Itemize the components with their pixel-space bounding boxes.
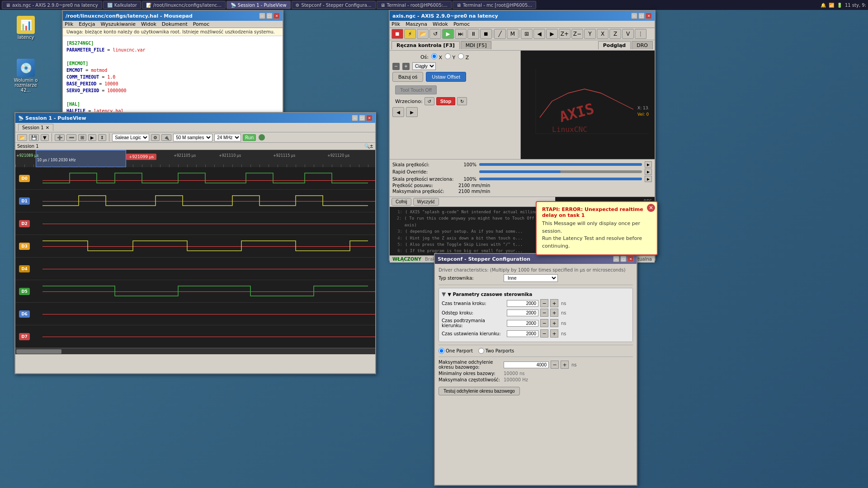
axis-menu-pomoc[interactable]: Pomoc xyxy=(453,21,470,27)
taskbar-item-term1[interactable]: 🖥 Terminal - root@HP6005:... xyxy=(377,1,452,9)
axis-stop-btn-wrzeciono[interactable]: Stop xyxy=(436,97,455,105)
mousepad-menu-widok[interactable]: Widok xyxy=(141,21,156,27)
axis-speed-slider-rapid[interactable] xyxy=(479,170,642,173)
stepconf-triangle-icon[interactable]: ▼ xyxy=(442,291,446,297)
mousepad-close-btn[interactable]: ✕ xyxy=(274,13,280,19)
axis-wyczyscc-btn[interactable]: Wyczyść xyxy=(413,198,439,206)
error-close-btn[interactable]: ✕ xyxy=(647,204,655,212)
taskbar-item-stepconf[interactable]: ⚙ Stepconf - Stepper Configura... xyxy=(292,1,376,9)
taskbar-item-calc[interactable]: 🔢 Kalkulator xyxy=(103,1,141,9)
pulseview-dropdown-btn[interactable]: ▼ xyxy=(41,134,49,141)
axis-back-btn[interactable]: ◀ xyxy=(533,29,545,39)
axis-step-btn[interactable]: ⏭ xyxy=(455,29,467,39)
stepconf-driver-type-select[interactable]: Inne xyxy=(504,274,558,282)
axis-close-btn[interactable]: ✕ xyxy=(646,13,652,19)
axis-stop-btn[interactable]: ⏹ xyxy=(480,29,492,39)
stepconf-max-odch-minus-btn[interactable]: − xyxy=(551,361,559,369)
axis-zoom-out-btn[interactable]: Z− xyxy=(571,29,583,39)
axis-tool-touch-btn[interactable]: Tool Touch Off xyxy=(395,85,437,94)
axis-optional-stop-btn[interactable]: M xyxy=(507,29,519,39)
stepconf-step-space-input[interactable] xyxy=(507,310,538,316)
pulseview-device-settings-btn[interactable]: ⚙ xyxy=(151,134,160,141)
pulseview-save-btn[interactable]: 💾 xyxy=(29,134,39,141)
axis-mode-select[interactable]: Ciągły xyxy=(412,62,436,70)
axis-blockdelete-btn[interactable]: ╱ xyxy=(494,29,506,39)
stepconf-dir-hold-plus-btn[interactable]: + xyxy=(550,319,558,327)
pulseview-zoom-fit-btn[interactable]: ⊞ xyxy=(78,134,86,141)
pulseview-open-btn[interactable]: 📂 xyxy=(17,134,27,141)
taskbar-item-pulseview[interactable]: 📡 Session 1 - PulseView xyxy=(226,1,291,9)
pulseview-tab-close[interactable]: ✕ xyxy=(46,125,49,130)
taskbar-item-axis[interactable]: 🖥 axis.ngc - AXIS 2.9.0~pre0 na latency xyxy=(2,1,102,9)
stepconf-test-btn[interactable]: Testuj odchylenie okresu bazowego xyxy=(439,387,520,395)
taskbar-item-term2[interactable]: 🖥 Terminal - mc [root@HP6005... xyxy=(453,1,536,9)
axis-forward-btn[interactable]: ▶ xyxy=(546,29,558,39)
mousepad-menu-dokument[interactable]: Dokument xyxy=(162,21,188,27)
pulseview-minus-btn[interactable]: ➖ xyxy=(66,134,76,141)
stepconf-dir-hold-input[interactable] xyxy=(507,320,538,327)
axis-fit-btn[interactable]: ⊞ xyxy=(521,29,533,39)
axis-tab-manual[interactable]: Ręczna kontrola [F3] xyxy=(392,41,460,49)
stepconf-dir-setup-plus-btn[interactable]: + xyxy=(550,329,558,338)
mousepad-titlebar[interactable]: /root/linuxcnc/configs/latency.hal - Mou… xyxy=(63,11,283,21)
pulseview-cursor-btn[interactable]: ⇕ xyxy=(98,134,106,141)
axis-arrow-left-btn[interactable]: ◀ xyxy=(392,107,404,117)
axis-3d-view[interactable]: AXIS LinuxCNC X: 13.287 Vel: 0.000 xyxy=(521,51,655,159)
axis-speed-slider-wrzeciono[interactable] xyxy=(479,178,642,180)
mousepad-menu-wyszukiwanie[interactable]: Wyszukiwanie xyxy=(100,21,136,27)
pulseview-titlebar[interactable]: 📡 Session 1 - PulseView ─ □ ✕ xyxy=(15,113,375,123)
pulseview-freq-select[interactable]: 24 MHz xyxy=(214,134,241,141)
desktop-icon-volume[interactable]: 💿 Wolumin o rozmiarze 42... xyxy=(10,59,42,93)
mousepad-maximize-btn[interactable]: □ xyxy=(266,13,273,19)
pulseview-session-tab[interactable]: Session 1 ✕ xyxy=(18,124,53,131)
axis-menu-plik[interactable]: Plik xyxy=(392,21,400,27)
stepconf-step-space-plus-btn[interactable]: + xyxy=(550,309,558,317)
stepconf-max-odch-input[interactable] xyxy=(504,361,549,368)
axis-ustaw-btn[interactable]: Ustaw Offset xyxy=(426,72,466,82)
stepconf-minimize-btn[interactable]: ─ xyxy=(613,256,619,262)
stepconf-step-time-minus-btn[interactable]: − xyxy=(540,299,548,307)
stepconf-dir-setup-minus-btn[interactable]: − xyxy=(540,329,548,338)
stepconf-titlebar[interactable]: Stepconf - Stepper Configuration ─ □ ✕ xyxy=(435,254,637,264)
pulseview-minimize-btn[interactable]: ─ xyxy=(352,115,358,121)
mousepad-menu-edycja[interactable]: Edycja xyxy=(79,21,95,27)
pulseview-timeline[interactable]: +921089 μs 10 μs / 100.2030 kHz +921099 … xyxy=(15,150,375,167)
axis-menu-widok[interactable]: Widok xyxy=(433,21,448,27)
stepconf-dir-hold-minus-btn[interactable]: − xyxy=(540,319,548,327)
stepconf-max-odch-plus-btn[interactable]: + xyxy=(561,361,569,369)
pulseview-run-btn[interactable]: Run xyxy=(243,134,256,141)
axis-reload-btn[interactable]: ↺ xyxy=(429,29,441,39)
mousepad-minimize-btn[interactable]: ─ xyxy=(259,13,265,19)
axis-titlebar[interactable]: axis.ngc - AXIS 2.9.0~pre0 na latency ─ … xyxy=(390,11,655,21)
axis-z-radio-label[interactable]: Z xyxy=(458,53,469,61)
axis-arrow-right-btn[interactable]: ▶ xyxy=(406,107,418,117)
axis-x-radio-label[interactable]: X xyxy=(431,53,442,61)
stepconf-close-btn[interactable]: ✕ xyxy=(627,256,634,262)
desktop-icon-latency[interactable]: 📊 latency xyxy=(10,16,42,40)
axis-rot-y-btn[interactable]: Y xyxy=(584,29,596,39)
stepconf-two-parport-label[interactable]: Two Parports xyxy=(478,348,514,354)
pulseview-close-btn[interactable]: ✕ xyxy=(366,115,373,121)
pulseview-maximize-btn[interactable]: □ xyxy=(359,115,365,121)
axis-speed-arrow-rapid[interactable]: ▶ xyxy=(645,169,652,175)
axis-cofnij-btn[interactable]: Cofnij xyxy=(392,198,411,206)
axis-x-radio[interactable] xyxy=(431,53,437,59)
pulseview-samples-select[interactable]: 50 M samples xyxy=(173,134,212,141)
axis-maximize-btn[interactable]: □ xyxy=(638,13,645,19)
axis-tab-dro[interactable]: DRO xyxy=(632,41,653,49)
stepconf-step-time-plus-btn[interactable]: + xyxy=(550,299,558,307)
axis-wrzeciono-prev-btn[interactable]: ↺ xyxy=(425,97,434,105)
axis-y-radio[interactable] xyxy=(445,53,451,59)
axis-minus-btn[interactable]: − xyxy=(392,63,400,70)
taskbar-item-mousepad[interactable]: 📝 /root/linuxcnc/configs/latenc... xyxy=(142,1,226,9)
pulseview-scroll-thumb[interactable] xyxy=(16,349,61,354)
mousepad-menu-plik[interactable]: Plik xyxy=(65,21,73,27)
stepconf-one-parport-label[interactable]: One Parport xyxy=(439,348,473,354)
stepconf-dir-setup-input[interactable] xyxy=(507,330,538,337)
axis-power-btn[interactable]: ⚡ xyxy=(404,29,416,39)
axis-zoom-in-btn[interactable]: Z+ xyxy=(559,29,571,39)
axis-estop-btn[interactable]: ⏹ xyxy=(392,29,403,39)
axis-minimize-btn[interactable]: ─ xyxy=(631,13,637,19)
axis-view-btn[interactable]: V xyxy=(622,29,634,39)
stepconf-step-space-minus-btn[interactable]: − xyxy=(540,309,548,317)
